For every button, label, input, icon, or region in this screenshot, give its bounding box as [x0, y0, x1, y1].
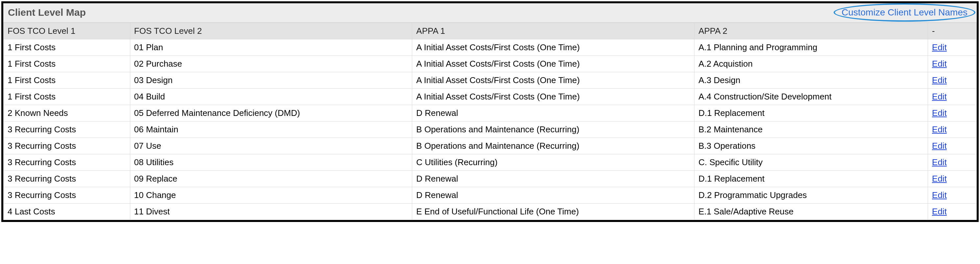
table-row: 1 First Costs02 PurchaseA Initial Asset …: [4, 56, 977, 72]
cell-c3: A Initial Asset Costs/First Costs (One T…: [412, 72, 694, 89]
col-header-actions: -: [928, 23, 977, 40]
cell-c3: D Renewal: [412, 105, 694, 122]
cell-c1: 3 Recurring Costs: [4, 138, 130, 154]
cell-c1: 3 Recurring Costs: [4, 171, 130, 187]
cell-c3: A Initial Asset Costs/First Costs (One T…: [412, 40, 694, 56]
table-row: 3 Recurring Costs10 ChangeD RenewalD.2 P…: [4, 187, 977, 204]
customize-link-wrap: Customize Client Level Names: [837, 6, 972, 19]
edit-link[interactable]: Edit: [932, 157, 947, 167]
cell-c1: 3 Recurring Costs: [4, 187, 130, 204]
cell-c4: C. Specific Utility: [694, 154, 928, 171]
cell-actions: Edit: [928, 154, 977, 171]
col-header-appa1[interactable]: APPA 1: [412, 23, 694, 40]
cell-c1: 1 First Costs: [4, 40, 130, 56]
cell-c3: D Renewal: [412, 187, 694, 204]
cell-c2: 10 Change: [130, 187, 412, 204]
cell-c1: 3 Recurring Costs: [4, 122, 130, 138]
edit-link[interactable]: Edit: [932, 108, 947, 118]
table-row: 3 Recurring Costs08 UtilitiesC Utilities…: [4, 154, 977, 171]
cell-c4: A.3 Design: [694, 72, 928, 89]
cell-c3: A Initial Asset Costs/First Costs (One T…: [412, 56, 694, 72]
edit-link[interactable]: Edit: [932, 174, 947, 183]
table-row: 3 Recurring Costs07 UseB Operations and …: [4, 138, 977, 154]
cell-c2: 02 Purchase: [130, 56, 412, 72]
cell-c2: 09 Replace: [130, 171, 412, 187]
client-level-map-table: FOS TCO Level 1 FOS TCO Level 2 APPA 1 A…: [3, 23, 977, 220]
cell-actions: Edit: [928, 204, 977, 220]
cell-c3: D Renewal: [412, 171, 694, 187]
edit-link[interactable]: Edit: [932, 125, 947, 134]
cell-c4: B.2 Maintenance: [694, 122, 928, 138]
cell-c1: 1 First Costs: [4, 89, 130, 105]
cell-c3: B Operations and Maintenance (Recurring): [412, 122, 694, 138]
page-title: Client Level Map: [8, 7, 86, 18]
cell-actions: Edit: [928, 56, 977, 72]
cell-c3: C Utilities (Recurring): [412, 154, 694, 171]
cell-c2: 11 Divest: [130, 204, 412, 220]
cell-c1: 4 Last Costs: [4, 204, 130, 220]
table-row: 1 First Costs03 DesignA Initial Asset Co…: [4, 72, 977, 89]
edit-link[interactable]: Edit: [932, 43, 947, 52]
table-row: 1 First Costs04 BuildA Initial Asset Cos…: [4, 89, 977, 105]
cell-actions: Edit: [928, 40, 977, 56]
cell-c2: 07 Use: [130, 138, 412, 154]
table-header-row: FOS TCO Level 1 FOS TCO Level 2 APPA 1 A…: [4, 23, 977, 40]
table-row: 2 Known Needs05 Deferred Maintenance Def…: [4, 105, 977, 122]
cell-c3: A Initial Asset Costs/First Costs (One T…: [412, 89, 694, 105]
cell-c4: A.1 Planning and Programming: [694, 40, 928, 56]
cell-c1: 1 First Costs: [4, 56, 130, 72]
cell-actions: Edit: [928, 122, 977, 138]
edit-link[interactable]: Edit: [932, 190, 947, 200]
edit-link[interactable]: Edit: [932, 141, 947, 151]
cell-c4: E.1 Sale/Adaptive Reuse: [694, 204, 928, 220]
table-body: 1 First Costs01 PlanA Initial Asset Cost…: [4, 40, 977, 220]
table-row: 3 Recurring Costs09 ReplaceD RenewalD.1 …: [4, 171, 977, 187]
customize-link[interactable]: Customize Client Level Names: [842, 7, 967, 17]
cell-c2: 08 Utilities: [130, 154, 412, 171]
cell-c4: A.2 Acquistion: [694, 56, 928, 72]
cell-c1: 2 Known Needs: [4, 105, 130, 122]
app-frame: Client Level Map Customize Client Level …: [1, 1, 979, 222]
cell-c2: 01 Plan: [130, 40, 412, 56]
cell-c2: 06 Maintain: [130, 122, 412, 138]
cell-c4: D.1 Replacement: [694, 105, 928, 122]
col-header-fos1[interactable]: FOS TCO Level 1: [4, 23, 130, 40]
cell-actions: Edit: [928, 105, 977, 122]
cell-actions: Edit: [928, 171, 977, 187]
table-row: 3 Recurring Costs06 MaintainB Operations…: [4, 122, 977, 138]
cell-c3: E End of Useful/Functional Life (One Tim…: [412, 204, 694, 220]
cell-c4: B.3 Operations: [694, 138, 928, 154]
cell-actions: Edit: [928, 187, 977, 204]
cell-c4: D.2 Programmatic Upgrades: [694, 187, 928, 204]
cell-actions: Edit: [928, 72, 977, 89]
cell-c2: 04 Build: [130, 89, 412, 105]
edit-link[interactable]: Edit: [932, 207, 947, 217]
cell-c4: A.4 Construction/Site Development: [694, 89, 928, 105]
cell-c2: 03 Design: [130, 72, 412, 89]
table-row: 4 Last Costs11 DivestE End of Useful/Fun…: [4, 204, 977, 220]
edit-link[interactable]: Edit: [932, 75, 947, 85]
col-header-appa2[interactable]: APPA 2: [694, 23, 928, 40]
cell-c4: D.1 Replacement: [694, 171, 928, 187]
cell-c2: 05 Deferred Maintenance Deficiency (DMD): [130, 105, 412, 122]
cell-c1: 1 First Costs: [4, 72, 130, 89]
cell-c3: B Operations and Maintenance (Recurring): [412, 138, 694, 154]
col-header-fos2[interactable]: FOS TCO Level 2: [130, 23, 412, 40]
cell-actions: Edit: [928, 89, 977, 105]
table-row: 1 First Costs01 PlanA Initial Asset Cost…: [4, 40, 977, 56]
cell-c1: 3 Recurring Costs: [4, 154, 130, 171]
cell-actions: Edit: [928, 138, 977, 154]
edit-link[interactable]: Edit: [932, 59, 947, 69]
header-bar: Client Level Map Customize Client Level …: [3, 3, 977, 23]
edit-link[interactable]: Edit: [932, 92, 947, 101]
